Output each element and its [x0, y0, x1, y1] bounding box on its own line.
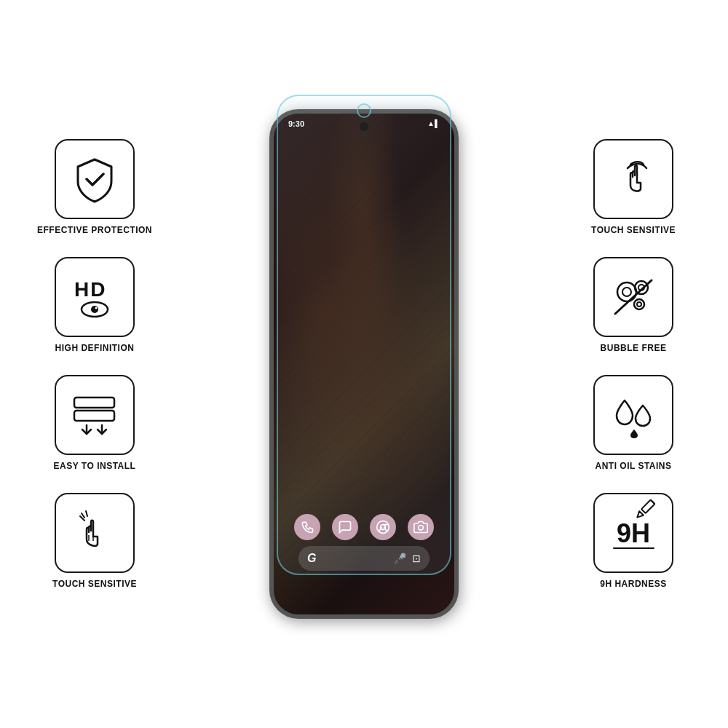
finger-tap-left-icon: [71, 507, 119, 558]
svg-line-28: [650, 500, 654, 505]
phone-body: 9:30 ▲▌: [269, 109, 459, 619]
anti-oil-icon-box: [593, 375, 673, 455]
feature-bubble-free: BUBBLE FREE: [593, 257, 673, 353]
phone-screen: 9:30 ▲▌: [274, 114, 454, 614]
feature-touch-sensitive-left: TOUCH SENSITIVE: [52, 493, 137, 589]
svg-point-16: [419, 526, 424, 531]
svg-text:HD: HD: [74, 278, 106, 301]
svg-point-19: [635, 281, 648, 294]
bubble-free-icon-box: [593, 257, 673, 337]
high-definition-label: HIGH DEFINITION: [55, 343, 135, 353]
left-features-column: EFFECTIVE PROTECTION HD HIGH DEFINITION: [15, 139, 175, 589]
google-g-logo: G: [307, 552, 316, 565]
phone-dock: G 🎤 ⊡: [274, 514, 454, 571]
volume-up-button: [270, 245, 273, 274]
touch-sensitive-left-label: TOUCH SENSITIVE: [52, 579, 137, 589]
touch-sensitive-right-label: TOUCH SENSITIVE: [591, 225, 676, 235]
feature-9h-hardness: 9H 9H HARDNESS: [593, 493, 673, 589]
svg-rect-4: [74, 397, 114, 408]
effective-protection-icon-box: [55, 139, 135, 219]
feature-high-definition: HD HIGH DEFINITION: [55, 257, 135, 353]
hardness-icon: 9H: [606, 507, 661, 558]
svg-point-17: [617, 282, 636, 301]
layers-down-icon: [67, 392, 122, 439]
anti-oil-label: ANTI OIL STAINS: [595, 461, 671, 471]
main-container: EFFECTIVE PROTECTION HD HIGH DEFINITION: [0, 0, 728, 728]
finger-tap-right-icon: [610, 154, 657, 205]
dock-camera-icon: [408, 514, 434, 540]
phone-time: 9:30: [288, 119, 304, 128]
9h-hardness-icon-box: 9H: [593, 493, 673, 573]
high-definition-icon-box: HD: [55, 257, 135, 337]
dock-chrome-icon: [370, 514, 396, 540]
touch-sensitive-left-icon-box: [55, 493, 135, 573]
bubble-free-icon: [606, 272, 661, 323]
svg-point-21: [634, 299, 644, 309]
lens-icon: ⊡: [412, 553, 421, 564]
9h-hardness-label: 9H HARDNESS: [600, 579, 667, 589]
dock-messages-icon: [332, 514, 358, 540]
front-camera: [360, 122, 368, 131]
hd-eye-icon: HD: [66, 272, 124, 323]
phone-mockup: 9:30 ▲▌: [240, 91, 488, 637]
svg-point-3: [95, 307, 98, 309]
water-drops-icon: [606, 389, 661, 440]
feature-anti-oil: ANTI OIL STAINS: [593, 375, 673, 471]
svg-text:9H: 9H: [617, 518, 650, 548]
google-search-bar: G 🎤 ⊡: [298, 546, 430, 571]
feature-effective-protection: EFFECTIVE PROTECTION: [37, 139, 152, 235]
easy-install-label: EASY TO INSTALL: [54, 461, 136, 471]
dock-phone-icon: [294, 514, 320, 540]
effective-protection-label: EFFECTIVE PROTECTION: [37, 225, 152, 235]
volume-down-button: [270, 281, 273, 310]
power-button: [455, 259, 458, 296]
svg-rect-5: [74, 411, 114, 421]
shield-check-icon: [69, 154, 120, 205]
svg-point-2: [91, 306, 98, 313]
dock-apps-row: [294, 514, 434, 540]
search-bar-icons: 🎤 ⊡: [394, 553, 421, 564]
svg-point-18: [622, 288, 631, 296]
touch-sensitive-right-icon-box: [593, 139, 673, 219]
svg-point-22: [637, 302, 641, 306]
bubble-free-label: BUBBLE FREE: [601, 343, 667, 353]
easy-install-icon-box: [55, 375, 135, 455]
status-icons: ▲▌: [427, 119, 440, 128]
feature-easy-install: EASY TO INSTALL: [54, 375, 136, 471]
feature-touch-sensitive-right: TOUCH SENSITIVE: [591, 139, 676, 235]
microphone-icon: 🎤: [394, 553, 406, 564]
right-features-column: TOUCH SENSITIVE BUBBLE FREE: [553, 139, 713, 589]
svg-line-9: [82, 513, 84, 518]
svg-line-10: [86, 511, 87, 516]
